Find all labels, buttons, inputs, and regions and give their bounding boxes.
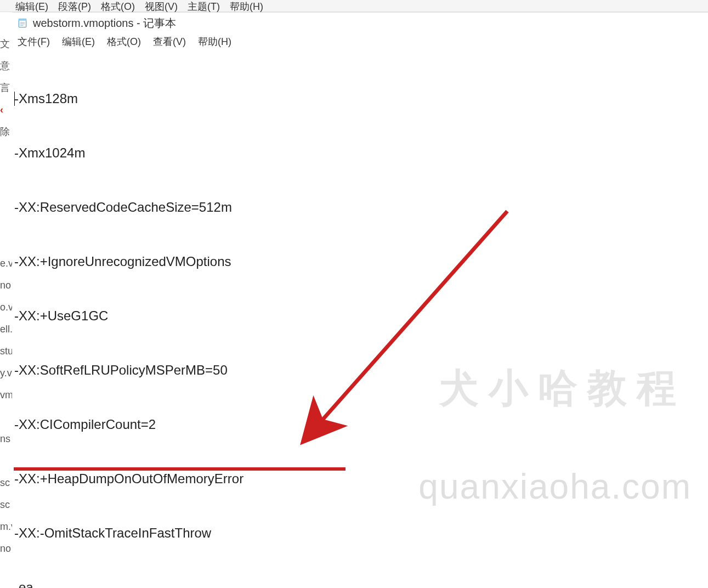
notepad-titlebar[interactable]: webstorm.vmoptions - 记事本: [12, 13, 708, 33]
menu-edit[interactable]: 编辑(E): [60, 34, 97, 49]
menu-help[interactable]: 帮助(H): [196, 34, 234, 49]
bg-menu-help[interactable]: 帮助(H): [230, 0, 263, 13]
notepad-icon: [16, 17, 29, 29]
menu-format[interactable]: 格式(O): [105, 34, 143, 49]
bg-menu-edit[interactable]: 编辑(E): [15, 0, 48, 13]
bg-menu-paragraph[interactable]: 段落(P): [58, 0, 91, 13]
menu-view[interactable]: 查看(V): [151, 34, 188, 49]
menu-file[interactable]: 文件(F): [15, 34, 52, 49]
notepad-window: webstorm.vmoptions - 记事本 文件(F) 编辑(E) 格式(…: [12, 12, 708, 588]
notepad-menubar: 文件(F) 编辑(E) 格式(O) 查看(V) 帮助(H): [12, 33, 708, 50]
bg-menu-theme[interactable]: 主题(T): [188, 0, 220, 13]
background-app-menubar: 编辑(E) 段落(P) 格式(O) 视图(V) 主题(T) 帮助(H): [0, 0, 708, 12]
svg-rect-1: [19, 19, 26, 21]
left-edge-cropped-text: 文 意 言 ‹ 除 e.v no o.v ell. stu y.v vm ns …: [0, 33, 12, 559]
notepad-text-area[interactable]: -Xms128m -Xmx1024m -XX:ReservedCodeCache…: [12, 50, 708, 588]
notepad-title-text: webstorm.vmoptions - 记事本: [33, 16, 176, 31]
bg-menu-format[interactable]: 格式(O): [101, 0, 135, 13]
bg-menu-view[interactable]: 视图(V): [145, 0, 178, 13]
